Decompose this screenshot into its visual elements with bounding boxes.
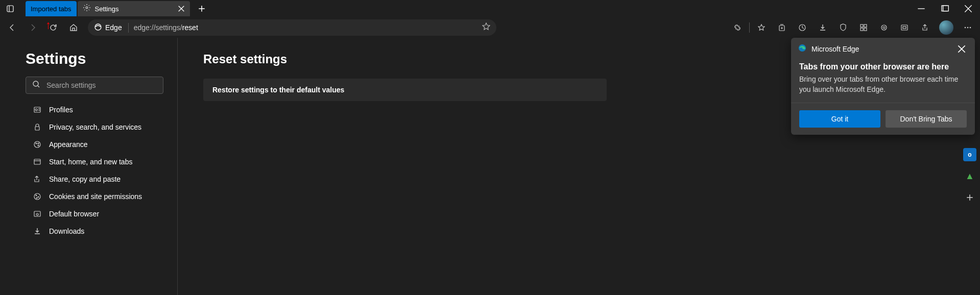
svg-point-26 bbox=[965, 27, 966, 29]
site-identity: Edge bbox=[94, 23, 129, 33]
window-controls bbox=[910, 0, 980, 17]
settings-sidebar: Settings Profiles Privacy, search, and s… bbox=[0, 38, 178, 295]
collections-button[interactable] bbox=[772, 18, 792, 37]
svg-point-27 bbox=[967, 27, 969, 29]
apps-button[interactable] bbox=[853, 18, 874, 37]
dont-bring-tabs-button[interactable]: Don't Bring Tabs bbox=[886, 110, 967, 128]
svg-rect-40 bbox=[34, 159, 40, 164]
svg-point-12 bbox=[95, 24, 101, 30]
tab-actions-button[interactable] bbox=[0, 0, 20, 17]
address-bar[interactable]: Edge edge://settings/reset bbox=[88, 19, 496, 36]
nav-label: Privacy, search, and services bbox=[49, 123, 141, 131]
forward-button[interactable] bbox=[22, 18, 43, 37]
edge-logo-icon bbox=[798, 44, 806, 54]
svg-point-37 bbox=[36, 143, 37, 144]
nav-label: Profiles bbox=[49, 106, 73, 114]
nav-label: Downloads bbox=[49, 227, 84, 235]
nav-downloads[interactable]: Downloads bbox=[26, 223, 163, 240]
svg-rect-25 bbox=[903, 27, 906, 29]
svg-rect-19 bbox=[864, 24, 867, 27]
svg-point-44 bbox=[38, 196, 39, 198]
nav-appearance[interactable]: Appearance bbox=[26, 136, 163, 153]
nav-profiles[interactable]: Profiles bbox=[26, 101, 163, 118]
add-sidebar-app-button[interactable] bbox=[963, 191, 976, 204]
svg-point-39 bbox=[38, 145, 39, 146]
extensions-button[interactable] bbox=[727, 18, 748, 37]
nav-default-browser[interactable]: Default browser bbox=[26, 205, 163, 223]
svg-point-22 bbox=[881, 25, 887, 30]
svg-point-36 bbox=[34, 141, 40, 148]
maximize-button[interactable] bbox=[933, 0, 957, 17]
got-it-button[interactable]: Got it bbox=[799, 110, 880, 128]
svg-point-45 bbox=[36, 198, 37, 199]
toolbar: Edge edge://settings/reset bbox=[0, 17, 980, 38]
nav-cookies[interactable]: Cookies and site permissions bbox=[26, 188, 163, 205]
menu-button[interactable] bbox=[958, 18, 978, 37]
search-settings-box[interactable] bbox=[26, 77, 163, 94]
svg-rect-24 bbox=[901, 25, 907, 30]
svg-point-28 bbox=[970, 27, 971, 29]
paint-icon bbox=[33, 140, 42, 149]
search-settings-input[interactable] bbox=[46, 81, 157, 89]
site-identity-label: Edge bbox=[105, 23, 122, 32]
popup-title: Tabs from your other browser are here bbox=[799, 62, 967, 71]
performance-button[interactable] bbox=[874, 18, 894, 37]
share-button[interactable] bbox=[915, 18, 935, 37]
refresh-button[interactable] bbox=[43, 18, 63, 37]
imported-tabs-button[interactable]: Imported tabs bbox=[26, 1, 77, 16]
favorite-star-button[interactable] bbox=[482, 22, 490, 33]
svg-point-29 bbox=[33, 81, 38, 86]
nav-label: Start, home, and new tabs bbox=[49, 158, 132, 166]
restore-defaults-label: Restore settings to their default values bbox=[212, 86, 344, 94]
download-icon bbox=[33, 227, 42, 235]
nav-label: Cookies and site permissions bbox=[49, 192, 142, 201]
nav-privacy[interactable]: Privacy, search, and services bbox=[26, 118, 163, 136]
close-window-button[interactable] bbox=[957, 0, 980, 17]
lock-icon bbox=[33, 123, 42, 131]
svg-rect-20 bbox=[861, 28, 863, 31]
search-icon bbox=[32, 80, 40, 90]
settings-title: Settings bbox=[26, 50, 162, 67]
separator bbox=[749, 22, 750, 33]
svg-point-42 bbox=[34, 193, 40, 200]
tab-settings[interactable]: Settings bbox=[78, 1, 190, 16]
svg-point-38 bbox=[38, 143, 39, 144]
gear-icon bbox=[83, 4, 91, 14]
e-tree-app-button[interactable]: ▲ bbox=[963, 169, 976, 183]
window-icon bbox=[33, 158, 42, 166]
favorites-button[interactable] bbox=[751, 18, 772, 37]
popup-close-button[interactable] bbox=[955, 43, 968, 55]
nav-label: Appearance bbox=[49, 140, 88, 149]
url-text: edge://settings/reset bbox=[134, 23, 198, 32]
popup-app-name: Microsoft Edge bbox=[811, 45, 859, 53]
home-button[interactable] bbox=[63, 18, 84, 37]
back-button[interactable] bbox=[2, 18, 22, 37]
minimize-button[interactable] bbox=[910, 0, 933, 17]
svg-point-32 bbox=[35, 109, 37, 111]
titlebar: Imported tabs Settings bbox=[0, 0, 980, 17]
profile-icon bbox=[33, 106, 42, 114]
new-tab-button[interactable] bbox=[194, 1, 209, 16]
nav-share[interactable]: Share, copy and paste bbox=[26, 170, 163, 188]
nav-label: Share, copy and paste bbox=[49, 175, 121, 183]
downloads-button[interactable] bbox=[812, 18, 833, 37]
edge-sidebar: o ▲ bbox=[960, 148, 980, 204]
svg-point-2 bbox=[86, 7, 88, 9]
nav-start[interactable]: Start, home, and new tabs bbox=[26, 153, 163, 170]
tracking-prevention-button[interactable] bbox=[833, 18, 853, 37]
profile-avatar[interactable] bbox=[939, 20, 953, 35]
screenshot-button[interactable] bbox=[894, 18, 915, 37]
svg-rect-35 bbox=[35, 127, 39, 130]
popup-body-text: Bring over your tabs from other browser … bbox=[799, 75, 967, 94]
share-icon bbox=[33, 175, 42, 183]
tab-label: Settings bbox=[95, 5, 177, 13]
restore-defaults-row[interactable]: Restore settings to their default values bbox=[203, 79, 607, 101]
edge-logo-icon bbox=[94, 23, 102, 33]
cookie-icon bbox=[33, 192, 42, 201]
svg-point-43 bbox=[36, 195, 37, 196]
outlook-app-button[interactable]: o bbox=[963, 148, 976, 161]
svg-point-47 bbox=[36, 213, 38, 215]
history-button[interactable] bbox=[792, 18, 812, 37]
tab-close-button[interactable] bbox=[177, 4, 186, 13]
svg-rect-0 bbox=[7, 6, 13, 12]
